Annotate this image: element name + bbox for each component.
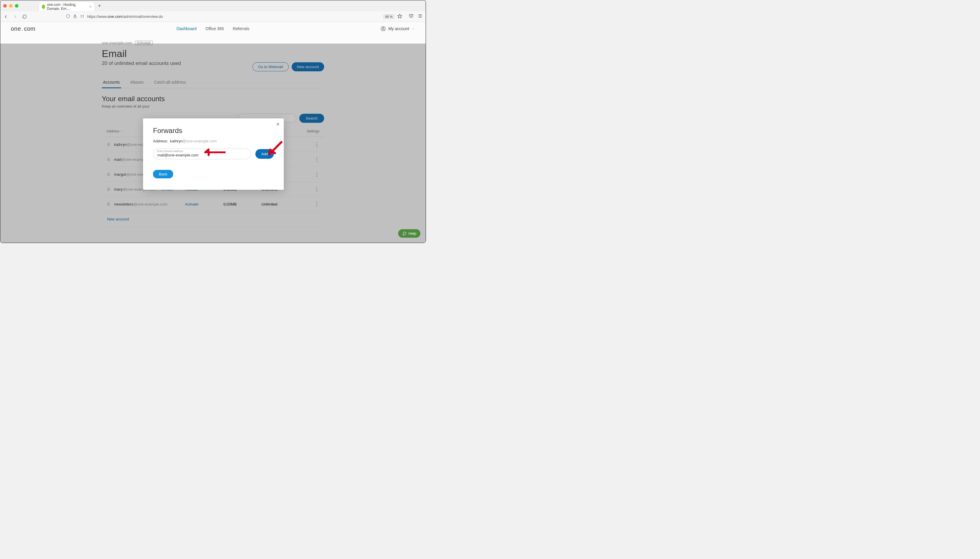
url-bar[interactable]: https://www.one.com/admin/mail/overview.… (31, 13, 405, 21)
lock-icon (73, 14, 77, 19)
tab-title: one.com : Hosting, Domain, Em… (47, 3, 88, 11)
logo[interactable]: one.com (11, 25, 35, 32)
close-window-button[interactable] (3, 4, 7, 8)
modal-address: Address: kathryn@one-example.com (153, 139, 274, 143)
forward-address-field: Enter forward address (153, 149, 251, 159)
browser-tab[interactable]: one.com : Hosting, Domain, Em… × (39, 2, 95, 12)
svg-rect-0 (74, 16, 76, 17)
annotation-arrow-icon (204, 149, 226, 156)
site-nav: one.com Dashboard Office 365 Referrals M… (0, 22, 426, 35)
maximize-window-button[interactable] (15, 4, 18, 8)
chat-icon (402, 231, 406, 236)
bookmark-star-icon[interactable] (397, 14, 402, 20)
nav-dashboard[interactable]: Dashboard (177, 26, 197, 31)
modal-title: Forwards (153, 127, 274, 135)
zoom-badge[interactable]: 80 % (383, 14, 394, 19)
help-button[interactable]: Help (398, 229, 420, 238)
permissions-icon (80, 14, 84, 19)
nav-referrals[interactable]: Referrals (233, 26, 250, 31)
nav-office365[interactable]: Office 365 (206, 26, 224, 31)
help-label: Help (408, 231, 416, 236)
annotation-arrow-icon (267, 140, 284, 156)
favicon-icon (42, 5, 45, 9)
account-label: My account (388, 26, 409, 31)
minimize-window-button[interactable] (9, 4, 13, 8)
browser-toolbar: https://www.one.com/admin/mail/overview.… (0, 12, 426, 22)
window-controls (3, 4, 18, 8)
browser-titlebar: one.com : Hosting, Domain, Em… × + (0, 0, 426, 12)
close-tab-icon[interactable]: × (90, 5, 91, 9)
back-button[interactable] (3, 14, 8, 19)
url-text: https://www.one.com/admin/mail/overview.… (87, 14, 163, 19)
user-icon (381, 26, 386, 31)
chevron-down-icon (411, 27, 415, 30)
pocket-icon[interactable] (409, 13, 414, 20)
svg-point-2 (383, 27, 384, 29)
reload-button[interactable] (22, 14, 27, 19)
shield-icon (66, 14, 70, 19)
forward-address-label: Enter forward address (157, 150, 183, 153)
close-modal-button[interactable]: ✕ (276, 122, 280, 127)
hamburger-menu-icon[interactable] (418, 13, 423, 20)
forward-button[interactable] (13, 14, 18, 19)
back-button[interactable]: Back (153, 170, 173, 179)
new-tab-button[interactable]: + (98, 3, 101, 9)
account-menu[interactable]: My account (381, 26, 415, 31)
